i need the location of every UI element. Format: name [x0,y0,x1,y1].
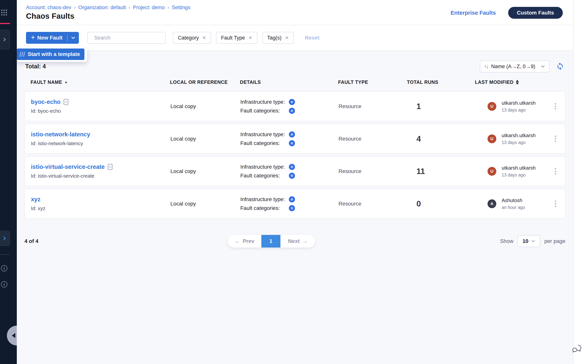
chevron-separator-icon: › [129,5,130,11]
breadcrumb-settings[interactable]: Settings [172,5,190,11]
close-icon[interactable]: ✕ [285,35,289,40]
search-input[interactable] [94,35,162,41]
document-icon [64,99,68,105]
avatar: U [488,134,496,143]
close-icon[interactable]: ✕ [202,35,206,40]
pagination-count: 4 of 4 [25,235,38,247]
filter-chip-category[interactable]: Category ✕ [173,32,211,44]
fault-name-link[interactable]: xyz [31,196,40,203]
right-rail [573,0,588,364]
reset-filters-link[interactable]: Reset [305,35,320,41]
new-fault-label: New Fault [37,35,62,41]
modified-by: Ashutosh [502,197,525,203]
breadcrumb-account[interactable]: Account: chaos-dev [26,5,71,11]
arrow-left-icon: ← [235,238,240,244]
modified-time: 13 days ago [502,140,536,145]
summary-row: Total: 4 ↑↓ Name (A→Z, 0→9) [25,60,564,72]
nav-expand-panel[interactable] [0,30,10,49]
document-icon [108,164,112,170]
breadcrumb: Account: chaos-dev › Organization: defau… [26,5,190,11]
info-icon[interactable]: i [1,265,7,272]
kubernetes-icon [289,131,295,137]
table-row: byoc-echo Id: byoc-echo Local copy Infra… [25,91,565,121]
column-last-modified[interactable]: LAST MODIFIED [475,79,553,85]
chat-bubbles-icon[interactable] [571,343,583,355]
sort-icon [516,80,519,84]
total-runs: 1 [407,102,475,111]
refresh-icon [556,62,564,70]
kubernetes-icon [289,196,295,202]
total-runs: 4 [407,134,475,143]
search-input-wrapper [87,32,166,44]
local-or-reference: Local copy [170,168,240,174]
page-1-button[interactable]: 1 [261,235,281,247]
nav-expand-button[interactable] [0,231,10,246]
chevron-down-icon [541,64,545,69]
fault-type: Resource [339,103,407,110]
chevron-right-icon [2,37,7,42]
show-label: Show [500,238,513,244]
fault-id: Id: istio-virtual-service-create [31,173,170,179]
column-fault-type: FAULT TYPE [338,79,407,85]
prev-page-button[interactable]: ← Prev [228,235,261,247]
fault-id: Id: istio-network-latency [31,141,170,146]
row-menu-kebab[interactable] [553,199,558,209]
modified-by: utkarsh.utkarsh [502,165,536,171]
sort-select[interactable]: ↑↓ Name (A→Z, 0→9) [480,60,549,72]
new-fault-button[interactable]: + New Fault [26,32,79,44]
chevron-separator-icon: › [167,5,169,11]
sidebar-divider [0,254,10,255]
kubernetes-icon [289,108,295,114]
column-details: DETAILS [240,79,338,85]
menu-item-start-with-template[interactable]: Start with a template [17,48,85,60]
page-header: Account: chaos-dev › Organization: defau… [17,0,573,25]
custom-faults-button[interactable]: Custom Faults [508,7,563,19]
info-icon[interactable]: i [1,281,7,288]
fault-type: Resource [339,136,407,142]
sort-asc-icon: ▲ [64,80,68,84]
column-fault-name[interactable]: FAULT NAME ▲ [31,79,170,85]
total-runs: 0 [407,199,475,208]
page-size-select[interactable]: 10 [517,235,540,247]
breadcrumb-organization[interactable]: Organization: default [78,5,126,11]
header-actions: Enterprise Faults Custom Faults [451,7,563,19]
next-page-button[interactable]: Next → [281,235,315,247]
total-runs: 11 [407,167,475,176]
close-icon[interactable]: ✕ [248,35,252,40]
breadcrumb-project[interactable]: Project: demo [133,5,165,11]
row-menu-kebab[interactable] [553,166,558,176]
filter-chips: Category ✕ Fault Type ✕ Tag(s) ✕ [173,32,294,44]
refresh-button[interactable] [556,62,564,71]
enterprise-faults-link[interactable]: Enterprise Faults [451,10,496,16]
fault-name-link[interactable]: istio-virtual-service-create [31,163,105,170]
table-row: xyz Id: xyz Local copy Infrastructure ty… [25,189,565,219]
modified-time: an hour ago [502,205,525,210]
search-icon [91,35,92,41]
sidebar-collapse-handle[interactable] [7,326,17,345]
modified-by: utkarsh.utkarsh [502,133,536,138]
avatar: U [488,167,496,176]
modified-time: 13 days ago [502,108,536,113]
app-grid-icon[interactable] [1,10,7,15]
table-row: istio-virtual-service-create Id: istio-v… [25,156,565,186]
module-accent-bar [0,23,10,24]
kubernetes-icon [289,173,295,179]
sort-arrows-icon: ↑↓ [484,64,488,70]
fault-table-body: byoc-echo Id: byoc-echo Local copy Infra… [25,91,565,219]
filter-chip-fault-type[interactable]: Fault Type ✕ [216,32,257,44]
fault-name-link[interactable]: byoc-echo [31,98,60,105]
chevron-down-icon[interactable] [71,36,75,40]
pagination: 4 of 4 ← Prev 1 Next → Show 10 per page [25,235,565,247]
chevron-separator-icon: › [74,5,76,11]
fault-name-link[interactable]: istio-network-latency [31,131,90,138]
fault-id: Id: xyz [31,206,170,211]
filter-chip-tags[interactable]: Tag(s) ✕ [262,32,294,44]
modified-time: 13 days ago [502,172,536,178]
row-menu-kebab[interactable] [553,101,558,111]
total-count: Total: 4 [25,63,46,70]
per-page-label: per page [544,238,565,244]
fault-type: Resource [339,168,407,174]
pager: ← Prev 1 Next → [228,235,315,247]
row-menu-kebab[interactable] [553,134,558,144]
chevron-down-icon [531,239,535,243]
